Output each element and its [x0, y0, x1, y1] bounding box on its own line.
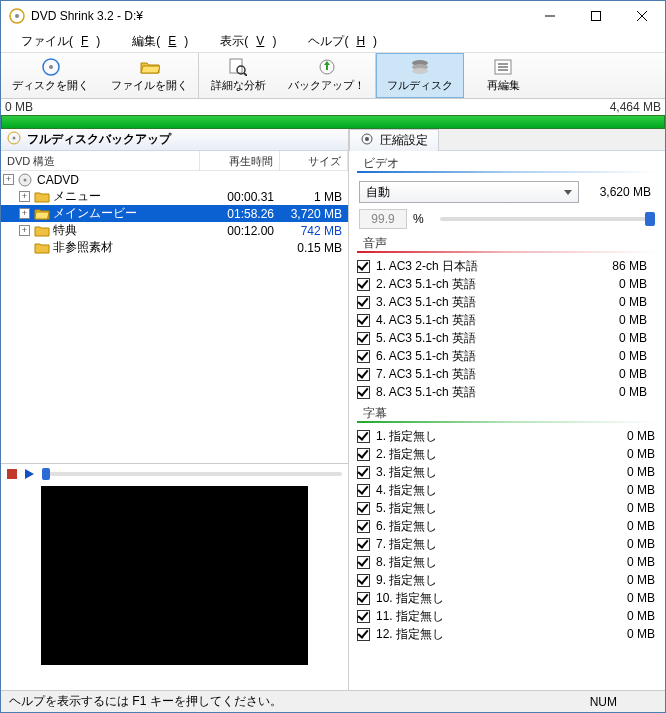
preview-slider[interactable]	[42, 472, 342, 476]
left-pane-title: フルディスクバックアップ	[27, 131, 171, 148]
list-item[interactable]: 4. AC3 5.1-ch 英語0 MB	[357, 311, 657, 329]
tree-size: 3,720 MB	[280, 207, 348, 221]
checkbox[interactable]	[357, 502, 370, 515]
checkbox[interactable]	[357, 260, 370, 273]
list-item[interactable]: 10. 指定無し0 MB	[357, 589, 665, 607]
checkbox[interactable]	[357, 350, 370, 363]
item-size: 0 MB	[587, 277, 647, 291]
tree-row[interactable]: +CADVD	[1, 171, 348, 188]
expand-icon[interactable]: +	[19, 225, 30, 236]
checkbox[interactable]	[357, 538, 370, 551]
item-label: 6. 指定無し	[376, 518, 595, 535]
checkbox[interactable]	[357, 466, 370, 479]
checkbox[interactable]	[357, 520, 370, 533]
minimize-button[interactable]	[527, 1, 573, 31]
checkbox[interactable]	[357, 314, 370, 327]
item-label: 4. AC3 5.1-ch 英語	[376, 312, 587, 329]
checkbox[interactable]	[357, 556, 370, 569]
close-button[interactable]	[619, 1, 665, 31]
checkbox[interactable]	[357, 628, 370, 641]
tree-row[interactable]: +メインムービー01:58.263,720 MB	[1, 205, 348, 222]
checkbox[interactable]	[357, 592, 370, 605]
checkbox[interactable]	[357, 430, 370, 443]
checkbox[interactable]	[357, 332, 370, 345]
video-mode-combo[interactable]: 自動	[359, 181, 579, 203]
stop-button[interactable]	[7, 469, 17, 479]
folder-icon	[34, 190, 50, 203]
list-item[interactable]: 1. AC3 2-ch 日本語86 MB	[357, 257, 657, 275]
tab-compression[interactable]: 圧縮設定	[349, 129, 439, 151]
reauthor-button[interactable]: 再編集	[464, 53, 542, 98]
list-item[interactable]: 6. AC3 5.1-ch 英語0 MB	[357, 347, 657, 365]
svg-point-20	[13, 137, 16, 140]
dvd-tree[interactable]: +CADVD+メニュー00:00.311 MB+メインムービー01:58.263…	[1, 171, 348, 463]
col-size[interactable]: サイズ	[280, 151, 348, 170]
maximize-button[interactable]	[573, 1, 619, 31]
item-size: 0 MB	[595, 609, 655, 623]
list-item[interactable]: 6. 指定無し0 MB	[357, 517, 665, 535]
svg-point-7	[49, 65, 53, 69]
item-size: 0 MB	[595, 519, 655, 533]
full-disc-button[interactable]: フルディスク	[376, 53, 464, 98]
list-item[interactable]: 12. 指定無し0 MB	[357, 625, 665, 643]
titlebar[interactable]: DVD Shrink 3.2 - D:¥	[1, 1, 665, 31]
col-duration[interactable]: 再生時間	[200, 151, 280, 170]
item-label: 7. AC3 5.1-ch 英語	[376, 366, 587, 383]
checkbox[interactable]	[357, 610, 370, 623]
list-item[interactable]: 9. 指定無し0 MB	[357, 571, 665, 589]
backup-button[interactable]: バックアップ！	[277, 53, 376, 98]
checkbox[interactable]	[357, 278, 370, 291]
list-item[interactable]: 8. AC3 5.1-ch 英語0 MB	[357, 383, 657, 401]
slider-handle[interactable]	[42, 468, 50, 480]
open-disc-button[interactable]: ディスクを開く	[1, 53, 100, 98]
play-button[interactable]	[25, 469, 34, 479]
checkbox[interactable]	[357, 386, 370, 399]
list-item[interactable]: 7. 指定無し0 MB	[357, 535, 665, 553]
slider-handle[interactable]	[645, 212, 655, 226]
tree-row[interactable]: +特典00:12.00742 MB	[1, 222, 348, 239]
size-bar	[1, 115, 665, 129]
menu-file[interactable]: ファイル(F)	[5, 31, 116, 52]
list-item[interactable]: 5. 指定無し0 MB	[357, 499, 665, 517]
magnifier-icon	[229, 58, 247, 76]
checkbox[interactable]	[357, 368, 370, 381]
item-size: 0 MB	[595, 627, 655, 641]
menu-view[interactable]: 表示(V)	[204, 31, 292, 52]
tree-duration: 00:00.31	[200, 190, 280, 204]
svg-line-10	[244, 73, 247, 76]
list-item[interactable]: 2. 指定無し0 MB	[357, 445, 665, 463]
list-item[interactable]: 4. 指定無し0 MB	[357, 481, 665, 499]
item-label: 4. 指定無し	[376, 482, 595, 499]
item-label: 3. 指定無し	[376, 464, 595, 481]
expand-icon[interactable]: +	[3, 174, 14, 185]
checkbox[interactable]	[357, 296, 370, 309]
expand-icon[interactable]: +	[19, 208, 30, 219]
list-item[interactable]: 8. 指定無し0 MB	[357, 553, 665, 571]
item-label: 7. 指定無し	[376, 536, 595, 553]
col-structure[interactable]: DVD 構造	[1, 151, 200, 170]
folder-icon	[34, 224, 50, 237]
menu-help[interactable]: ヘルプ(H)	[292, 31, 393, 52]
item-size: 0 MB	[595, 465, 655, 479]
tree-row[interactable]: 非参照素材0.15 MB	[1, 239, 348, 256]
checkbox[interactable]	[357, 484, 370, 497]
analyze-button[interactable]: 詳細な分析	[199, 53, 277, 98]
list-item[interactable]: 3. 指定無し0 MB	[357, 463, 665, 481]
left-pane-header: フルディスクバックアップ	[1, 129, 348, 151]
expand-icon[interactable]: +	[19, 191, 30, 202]
compression-slider[interactable]	[440, 217, 655, 221]
list-item[interactable]: 11. 指定無し0 MB	[357, 607, 665, 625]
item-label: 6. AC3 5.1-ch 英語	[376, 348, 587, 365]
list-item[interactable]: 1. 指定無し0 MB	[357, 427, 665, 445]
tree-size: 1 MB	[280, 190, 348, 204]
list-item[interactable]: 3. AC3 5.1-ch 英語0 MB	[357, 293, 657, 311]
tree-label: CADVD	[37, 173, 79, 187]
open-file-button[interactable]: ファイルを開く	[100, 53, 199, 98]
tree-row[interactable]: +メニュー00:00.311 MB	[1, 188, 348, 205]
list-item[interactable]: 2. AC3 5.1-ch 英語0 MB	[357, 275, 657, 293]
list-item[interactable]: 7. AC3 5.1-ch 英語0 MB	[357, 365, 657, 383]
checkbox[interactable]	[357, 448, 370, 461]
list-item[interactable]: 5. AC3 5.1-ch 英語0 MB	[357, 329, 657, 347]
checkbox[interactable]	[357, 574, 370, 587]
menu-edit[interactable]: 編集(E)	[116, 31, 204, 52]
